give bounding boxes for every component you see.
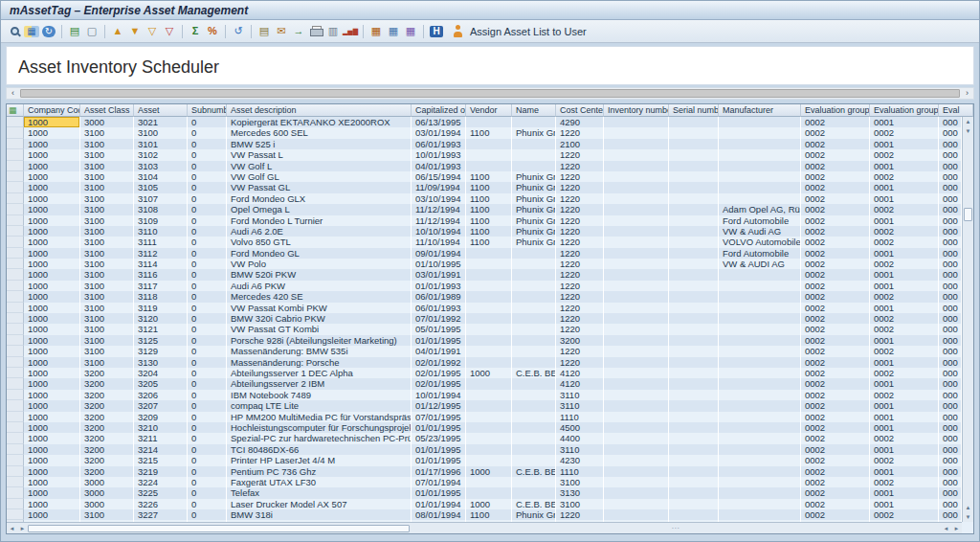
grid-cell[interactable]: 3100 [80,281,134,291]
grid-cell[interactable]: 0002 [801,487,870,498]
grid-cell[interactable]: 1000 [24,422,80,433]
grid-cell[interactable]: 3112 [134,248,188,259]
grid-cell[interactable]: 1000 [24,444,80,455]
grid-cell[interactable] [604,444,669,455]
grid-cell[interactable]: 0002 [801,303,870,313]
grid-cell[interactable]: 1000 [24,259,80,269]
subtotal-icon[interactable]: % [204,23,221,39]
sort-descending-icon[interactable]: ▼ [126,23,144,39]
grid-cell[interactable]: 4500 [556,422,604,433]
grid-cell[interactable]: Pentium PC 736 Ghz [227,466,412,477]
grid-cell[interactable]: 3224 [134,477,188,487]
grid-cell[interactable]: 0002 [801,477,870,487]
grid-cell[interactable] [604,455,669,465]
grid-cell[interactable] [512,117,556,127]
grid-cell[interactable]: 1100 [466,237,512,247]
grid-selection-header[interactable]: ▦ [7,104,24,117]
grid-cell[interactable]: 3110 [556,444,604,455]
grid-cell[interactable]: 3204 [134,368,188,378]
grid-cell[interactable] [669,466,719,477]
grid-cell[interactable]: 06/13/1995 [412,117,466,127]
grid-cell[interactable]: 0002 [801,281,870,291]
grid-cell[interactable]: 0 [188,127,227,138]
grid-cell[interactable]: 1000 [24,477,80,487]
grid-cell[interactable]: VW Passat Kombi PKW [227,303,412,313]
grid-cell[interactable]: 000 [939,390,962,400]
row-selector[interactable] [7,324,24,334]
grid-cell[interactable]: BMW 520i PKW [227,269,412,280]
grid-cell[interactable]: 3219 [134,466,188,477]
row-selector[interactable] [7,139,24,149]
grid-cell[interactable] [604,466,669,477]
scroll-down-icon[interactable]: ▼ [963,512,973,522]
grid-cell[interactable]: 3227 [134,509,188,520]
grid-cell[interactable]: 0001 [870,335,939,346]
grid-cell[interactable]: 09/01/1994 [412,248,466,259]
grid-cell[interactable]: 3100 [80,193,134,204]
grid-cell[interactable]: 3215 [134,455,188,465]
grid-cell[interactable]: 0 [188,161,227,171]
grid-cell[interactable]: 3200 [80,368,134,378]
row-selector[interactable] [7,248,24,259]
grid-cell[interactable]: 000 [939,269,962,280]
grid-cell[interactable]: Phunix Gm_ [512,237,556,247]
grid-cell[interactable] [669,335,719,346]
column-header[interactable]: Subnumber [188,104,227,117]
grid-cell[interactable] [466,291,512,302]
scroll-right-icon[interactable]: › [961,88,973,99]
grid-cell[interactable]: 04/01/1991 [412,346,466,356]
grid-cell[interactable] [719,269,801,280]
column-header[interactable]: Serial number [669,104,719,117]
grid-cell[interactable]: 1000 [24,433,80,443]
row-selector[interactable] [7,281,24,291]
grid-cell[interactable]: 0002 [801,444,870,455]
grid-cell[interactable] [719,127,801,138]
grid-cell[interactable]: 0002 [870,127,939,138]
grid-cell[interactable] [604,324,669,334]
grid-cell[interactable]: 3200 [80,378,134,389]
grid-cell[interactable]: Abteilungsserver 2 IBM [227,378,412,389]
grid-cell[interactable]: 3100 [80,259,134,269]
grid-cell[interactable]: Ford Automobile [719,215,801,226]
column-header[interactable]: Evaluation group 2 [870,104,939,117]
grid-cell[interactable]: 3100 [80,335,134,346]
grid-cell[interactable]: 06/15/1994 [412,171,466,182]
grid-cell[interactable]: 1000 [24,269,80,280]
grid-cell[interactable]: 1000 [24,182,80,192]
grid-cell[interactable]: 07/01/1995 [412,412,466,422]
column-header[interactable]: Cost Center [556,104,604,117]
grid-cell[interactable]: Mercedes 420 SE [227,291,412,302]
grid-cell[interactable] [604,412,669,422]
grid-cell[interactable] [604,346,669,356]
grid-cell[interactable]: Mercedes 600 SEL [227,127,412,138]
grid-cell[interactable] [604,477,669,487]
grid-cell[interactable]: 0 [188,357,227,368]
grid-cell[interactable]: 000 [939,281,962,291]
grid-cell[interactable]: 1000 [24,324,80,334]
column-header[interactable]: Manufacturer [719,104,801,117]
grid-cell[interactable]: 3130 [134,357,188,368]
grid-cell[interactable]: C.E.B. BER_ [512,368,556,378]
grid-cell[interactable]: 0 [188,215,227,226]
assign-asset-list-label[interactable]: Assign Asset List to User [470,26,587,37]
grid-cell[interactable]: Phunix Gm_ [512,193,556,204]
grid-cell[interactable]: 3108 [134,204,188,215]
row-selector[interactable] [7,466,24,477]
grid-cell[interactable]: 1000 [24,215,80,226]
grid-cell[interactable]: 3121 [134,324,188,334]
grid-cell[interactable] [512,303,556,313]
column-header[interactable]: Asset description [227,104,412,117]
grid-cell[interactable]: Volvo 850 GTL [227,237,412,247]
grid-cell[interactable]: 3103 [134,161,188,171]
grid-cell[interactable]: 0 [188,149,227,160]
grid-cell[interactable]: 3110 [556,400,604,411]
grid-cell[interactable]: 3109 [134,215,188,226]
grid-cell[interactable]: 1100 [466,182,512,192]
grid-cell[interactable]: 1220 [556,193,604,204]
row-selector[interactable] [7,346,24,356]
grid-cell[interactable]: 01/01/1993 [412,281,466,291]
grid-cell[interactable]: Phunix Gm_ [512,127,556,138]
grid-cell[interactable]: 1000 [24,161,80,171]
grid-cell[interactable]: 0001 [870,378,939,389]
select-layout-icon[interactable]: ▦ [23,23,40,39]
